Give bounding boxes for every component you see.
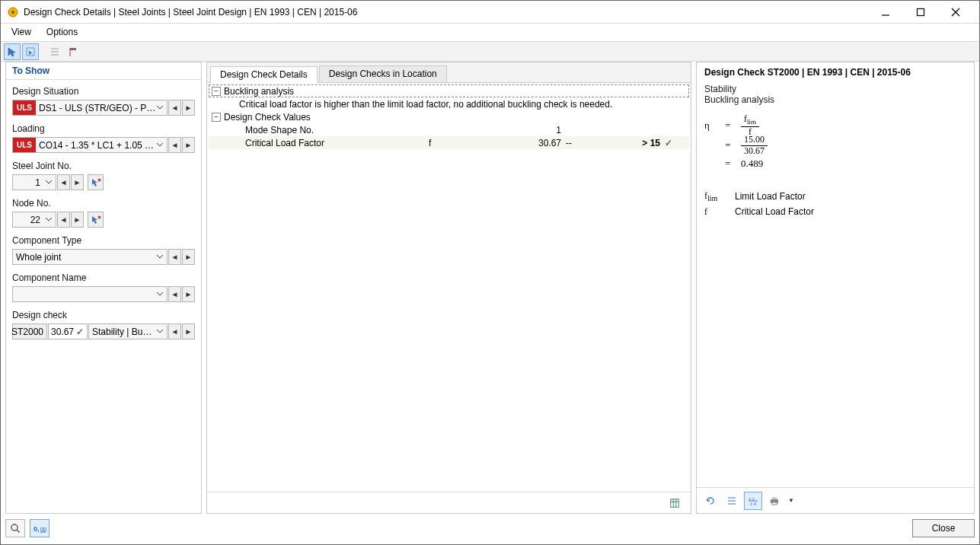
next-button[interactable]: ► (71, 212, 84, 228)
center-footer (207, 492, 691, 513)
node-no-value: 22 (30, 215, 40, 225)
titlebar: Design Check Details | Steel Joints | St… (1, 1, 979, 24)
app-icon (7, 6, 19, 18)
check-icon: ✓ (76, 327, 84, 337)
collapse-icon[interactable]: − (212, 113, 221, 122)
tree-node-dcv[interactable]: − Design Check Values (209, 110, 689, 123)
next-button[interactable]: ► (182, 286, 195, 302)
steel-joint-value: 1 (35, 177, 40, 188)
right-panel: Design Check ST2000 | EN 1993 | CEN | 20… (696, 62, 975, 514)
svg-rect-3 (918, 8, 924, 15)
svg-text:x·y: x·y (749, 496, 755, 501)
flag-tool-icon[interactable] (65, 43, 81, 60)
node-no-label: Node No. (12, 198, 195, 209)
next-button[interactable]: ► (71, 174, 84, 190)
close-button[interactable] (938, 1, 973, 24)
pick-element-icon[interactable] (88, 174, 104, 190)
bottombar: 0,00 Close (5, 517, 975, 540)
decimals-icon[interactable]: 0,00 (30, 519, 49, 537)
toolbar (1, 42, 979, 62)
next-button[interactable]: ► (182, 137, 195, 153)
list-tool-icon[interactable] (46, 43, 63, 60)
prev-button[interactable]: ◄ (57, 174, 70, 190)
loading-label: Loading (12, 123, 195, 134)
chevron-down-icon (156, 103, 164, 113)
legend-text: Critical Load Factor (735, 206, 814, 217)
uls-tag: ULS (13, 138, 36, 152)
loading-combo[interactable]: ULS CO14 - 1.35 * LC1 + 1.05 * LC... (12, 137, 168, 153)
svg-text:z·4: z·4 (750, 502, 757, 506)
tree-node-buckling[interactable]: − Buckling analysis (209, 84, 689, 97)
print-dropdown-caret[interactable]: ▼ (788, 497, 794, 504)
close-dialog-button[interactable]: Close (912, 519, 975, 537)
menu-options[interactable]: Options (39, 24, 85, 41)
svg-text:00: 00 (40, 527, 46, 532)
component-name-label: Component Name (12, 272, 195, 283)
component-type-combo[interactable]: Whole joint (12, 249, 168, 265)
right-sub1: Stability (704, 84, 966, 94)
svg-rect-28 (772, 497, 777, 499)
svg-point-1 (11, 11, 14, 14)
menu-view[interactable]: View (4, 24, 39, 41)
design-situation-value: DS1 - ULS (STR/GEO) - Perm... (36, 103, 156, 113)
chevron-down-icon (156, 289, 164, 300)
minimize-button[interactable] (868, 1, 903, 24)
legend: flim Limit Load Factor f Critical Load F… (704, 189, 966, 219)
node-no-combo[interactable]: 22 (12, 212, 56, 228)
design-check-combo[interactable]: Stability | Buck... (88, 323, 168, 339)
prev-button[interactable]: ◄ (168, 100, 181, 116)
svg-point-30 (11, 524, 18, 531)
legend-text: Limit Load Factor (735, 191, 806, 202)
svg-rect-12 (73, 48, 76, 50)
cursor-tool-icon[interactable] (4, 43, 21, 60)
export-table-icon[interactable] (666, 495, 683, 512)
chevron-down-icon (45, 177, 53, 188)
result-tree[interactable]: − Buckling analysis Critical load factor… (207, 83, 691, 492)
prev-button[interactable]: ◄ (57, 212, 70, 228)
svg-line-31 (17, 530, 20, 533)
component-name-combo[interactable] (12, 286, 168, 302)
row-symbol: f (429, 138, 497, 148)
select-tool-icon[interactable] (22, 43, 39, 60)
row-limit: > 15 (611, 138, 665, 148)
pick-element-icon[interactable] (88, 212, 104, 228)
window-title: Design Check Details | Steel Joints | St… (24, 7, 868, 18)
svg-text:0,: 0, (34, 525, 40, 533)
design-check-code[interactable]: ST2000 (12, 323, 47, 339)
next-button[interactable]: ► (182, 249, 195, 265)
menubar: View Options (1, 24, 979, 42)
tree-msg: Critical load factor is higher than the … (209, 97, 689, 110)
tab-design-checks-in-location[interactable]: Design Checks in Location (319, 65, 447, 82)
search-icon[interactable] (5, 519, 25, 537)
maximize-button[interactable] (903, 1, 938, 24)
left-panel: To Show Design Situation ULS DS1 - ULS (… (5, 62, 202, 514)
prev-button[interactable]: ◄ (168, 137, 181, 153)
loading-value: CO14 - 1.35 * LC1 + 1.05 * LC... (36, 140, 156, 151)
design-situation-combo[interactable]: ULS DS1 - ULS (STR/GEO) - Perm... (12, 100, 168, 116)
design-check-text: Stability | Buck... (92, 327, 156, 337)
right-footer-toolbar: x·yz·4 ▼ (697, 487, 974, 513)
component-type-value: Whole joint (16, 252, 61, 263)
formula-view-icon[interactable]: x·yz·4 (744, 492, 762, 510)
collapse-icon[interactable]: − (212, 87, 221, 96)
design-check-label: Design check (12, 310, 195, 320)
table-row: Mode Shape No. 1 (209, 123, 689, 136)
tab-design-check-details[interactable]: Design Check Details (210, 66, 318, 83)
print-icon[interactable] (765, 492, 784, 510)
steel-joint-combo[interactable]: 1 (12, 174, 56, 190)
prev-button[interactable]: ◄ (168, 323, 181, 339)
refresh-icon[interactable] (701, 492, 720, 510)
center-tabs: Design Check Details Design Checks in Lo… (207, 62, 691, 83)
prev-button[interactable]: ◄ (168, 249, 181, 265)
chevron-down-icon (45, 215, 53, 225)
table-row: Critical Load Factor f 30.67 -- > 15 ✓ (209, 136, 689, 149)
design-situation-label: Design Situation (12, 86, 195, 97)
row-value: 30.67 (497, 138, 566, 148)
right-panel-title: Design Check ST2000 | EN 1993 | CEN | 20… (704, 67, 966, 78)
row-label: Critical Load Factor (228, 138, 429, 148)
row-value: 1 (497, 125, 566, 135)
list-view-icon[interactable] (723, 492, 741, 510)
prev-button[interactable]: ◄ (168, 286, 181, 302)
next-button[interactable]: ► (182, 100, 195, 116)
next-button[interactable]: ► (182, 323, 195, 339)
